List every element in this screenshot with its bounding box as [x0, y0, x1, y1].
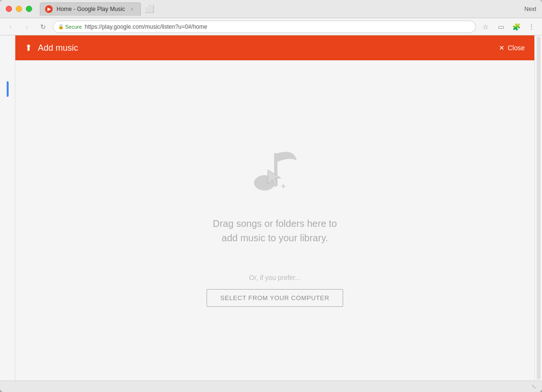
bookmark-star-button[interactable]: ☆	[479, 20, 492, 34]
close-button[interactable]: ✕ Close	[499, 44, 525, 52]
title-bar: ▶ Home - Google Play Music × ⬜ Next	[0, 0, 542, 18]
modal-title: Add music	[38, 43, 499, 53]
url-bar[interactable]: 🔒 Secure https://play.google.com/music/l…	[53, 21, 476, 33]
main-area: ⬆ Add music ✕ Close	[15, 35, 534, 381]
sidebar-item-4	[0, 100, 15, 119]
forward-icon: ›	[26, 23, 28, 31]
url-text: https://play.google.com/music/listen?u=0…	[85, 23, 208, 30]
address-bar: ‹ › ↻ 🔒 Secure https://play.google.com/m…	[0, 18, 542, 35]
sidebar-partial	[0, 35, 15, 381]
active-indicator	[7, 81, 9, 97]
select-from-computer-button[interactable]: SELECT FROM YOUR COMPUTER	[207, 289, 343, 307]
or-prefer-text: Or, if you prefer...	[249, 274, 300, 281]
tab-area: ▶ Home - Google Play Music × ⬜	[40, 2, 536, 16]
traffic-lights	[6, 6, 32, 12]
modal-header: ⬆ Add music ✕ Close	[15, 35, 534, 60]
next-button[interactable]: Next	[524, 6, 536, 12]
cast-button[interactable]: ▭	[494, 20, 507, 34]
new-tab-button[interactable]: ⬜	[143, 2, 156, 16]
sidebar-item-5	[0, 120, 15, 139]
forward-button[interactable]: ›	[20, 20, 34, 34]
close-label: Close	[507, 44, 525, 52]
sidebar-item-1	[0, 39, 15, 58]
tab-close-button[interactable]: ×	[129, 6, 136, 12]
toolbar-right: ☆ ▭ 🧩 ⋮	[479, 20, 538, 34]
minimize-window-button[interactable]	[16, 6, 22, 12]
refresh-icon: ↻	[40, 23, 46, 31]
close-window-button[interactable]	[6, 6, 12, 12]
drop-zone[interactable]: + Drag songs or folders here to add musi…	[15, 60, 534, 381]
browser-window: ▶ Home - Google Play Music × ⬜ Next ‹ › …	[0, 0, 542, 392]
lock-icon: 🔒	[58, 24, 64, 29]
browser-tab-active[interactable]: ▶ Home - Google Play Music ×	[40, 2, 141, 16]
secure-label: Secure	[65, 24, 82, 30]
browser-content: ⬆ Add music ✕ Close	[0, 35, 542, 381]
close-x-icon: ✕	[499, 44, 505, 52]
refresh-button[interactable]: ↻	[36, 20, 50, 34]
scrollbar-track	[537, 36, 541, 380]
bottom-bar: ⤡	[0, 381, 542, 392]
resize-handle[interactable]: ⤡	[531, 383, 538, 390]
back-button[interactable]: ‹	[4, 20, 17, 34]
drag-line1: Drag songs or folders here to	[213, 216, 337, 231]
extensions-button[interactable]: 🧩	[509, 20, 523, 34]
music-icon-container: +	[242, 134, 309, 201]
sidebar-item-2	[0, 59, 15, 78]
back-icon: ‹	[10, 23, 12, 31]
menu-button[interactable]: ⋮	[525, 20, 538, 34]
sidebar-item-6	[0, 140, 15, 159]
drag-instructions: Drag songs or folders here to add music …	[213, 216, 337, 245]
music-note-icon: +	[242, 134, 309, 201]
right-edge	[534, 35, 542, 381]
sidebar-item-3	[0, 79, 15, 99]
svg-text:+: +	[281, 181, 286, 191]
maximize-window-button[interactable]	[26, 6, 32, 12]
upload-icon: ⬆	[25, 43, 32, 53]
tab-label: Home - Google Play Music	[57, 6, 125, 12]
drag-line2: add music to your library.	[213, 231, 337, 245]
secure-badge: 🔒 Secure	[58, 24, 82, 30]
tab-favicon: ▶	[45, 5, 53, 13]
